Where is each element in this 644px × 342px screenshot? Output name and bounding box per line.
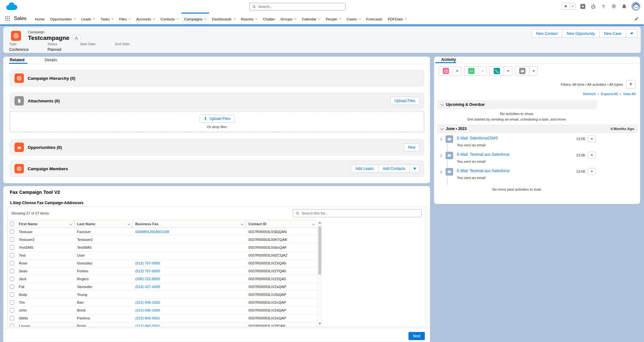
table-row[interactable]: Rose Gonzalez (512) 757-9000 0037R00003L… (8, 259, 317, 267)
column-header-business-fax[interactable]: Business Fax (133, 220, 246, 228)
row-checkbox[interactable] (10, 245, 14, 250)
section-campaign-members[interactable]: Campaign Members Add Leads Add Contacts (10, 160, 424, 177)
email-button[interactable] (515, 66, 530, 76)
favorites-dropdown-icon[interactable] (570, 3, 575, 10)
new-event-dropdown[interactable] (453, 66, 461, 76)
row-checkbox[interactable] (10, 230, 14, 234)
record-actions-dropdown[interactable] (626, 29, 637, 38)
chevron-down-icon[interactable] (318, 18, 320, 20)
nav-tab[interactable]: Contacts (158, 13, 181, 24)
chevron-down-icon[interactable] (359, 18, 361, 20)
row-checkbox[interactable] (10, 324, 14, 327)
guidance-center-icon[interactable] (590, 3, 596, 9)
list-search-input[interactable] (302, 211, 419, 215)
cell-business-fax[interactable]: (336) 222-8000 (135, 277, 160, 281)
row-checkbox[interactable] (10, 277, 14, 281)
chevron-down-icon[interactable] (93, 18, 95, 20)
nav-tab[interactable]: Groups (278, 13, 299, 24)
section-opportunities[interactable]: Opportunities (0) New (10, 139, 424, 155)
nav-tab[interactable]: Tasks (97, 13, 116, 24)
chevron-down-icon[interactable] (69, 223, 72, 225)
refresh-link[interactable]: Refresh (583, 92, 596, 96)
table-row[interactable]: Testuser FaxUser 00498912504001198 0037R… (8, 228, 317, 236)
campaign-members-dropdown[interactable] (410, 165, 419, 173)
table-row[interactable]: Andy Young 0037R00003LiVZbQAP (8, 291, 317, 299)
month-section[interactable]: June • 2023 4 Months Ago (437, 124, 638, 133)
new-task-button[interactable] (464, 66, 479, 76)
chevron-down-icon[interactable] (255, 18, 258, 20)
expand-chevron-icon[interactable] (439, 154, 442, 157)
new-task-dropdown[interactable] (479, 66, 487, 76)
dropzone-upload-files-button[interactable]: Upload Files (199, 115, 235, 123)
cell-business-fax[interactable]: (512) 757-9000 (135, 261, 160, 265)
table-row[interactable]: Stella Pavlova (212) 842-5501 0037R00003… (8, 314, 317, 322)
cell-business-fax[interactable]: (512) 757-9000 (135, 269, 160, 273)
row-checkbox[interactable] (10, 261, 14, 265)
chevron-down-icon[interactable] (177, 18, 179, 20)
upload-files-button[interactable]: Upload Files (390, 97, 419, 105)
nav-tab[interactable]: People (323, 13, 344, 24)
setup-gear-icon[interactable] (611, 3, 617, 9)
table-row[interactable]: Testuser2 Testuser2 0037R00003L59hTQAR (8, 236, 317, 244)
chevron-down-icon[interactable] (153, 18, 155, 20)
new-event-button[interactable] (439, 66, 453, 76)
section-attachments[interactable]: Attachments (0) Upload Files (10, 93, 424, 109)
nav-tab[interactable]: Leads (78, 13, 97, 24)
file-dropzone[interactable]: Upload Files Or drop files (10, 111, 424, 132)
row-checkbox[interactable] (10, 269, 14, 273)
nav-tab[interactable]: Home (32, 13, 47, 24)
table-row[interactable]: Test User 0037R00003L59ZCQAZ (8, 252, 317, 259)
global-search[interactable] (249, 3, 346, 10)
user-avatar[interactable] (631, 2, 640, 11)
chevron-down-icon[interactable] (129, 18, 131, 20)
chevron-down-icon[interactable] (112, 18, 114, 20)
nav-tab[interactable]: Campaigns (181, 13, 209, 24)
cell-business-fax[interactable]: (212) 842-5501 (135, 316, 160, 320)
expand-chevron-icon[interactable] (439, 171, 442, 174)
chevron-down-icon[interactable] (74, 18, 76, 20)
table-row[interactable]: Lauren Boyle (212) 842-5501 0037R00003Li… (8, 322, 317, 327)
help-icon[interactable]: ? (600, 3, 607, 9)
row-checkbox[interactable] (10, 300, 14, 305)
chevron-down-icon[interactable] (441, 127, 444, 130)
row-checkbox[interactable] (10, 285, 14, 289)
record-action-button[interactable]: New Opportunity (562, 29, 599, 38)
chevron-down-icon[interactable] (128, 223, 130, 225)
log-a-call-dropdown[interactable] (504, 66, 512, 76)
app-name[interactable]: Sales (14, 16, 26, 21)
cell-business-fax[interactable]: (312) 596-1500 (135, 301, 160, 304)
favorites-star-icon[interactable] (561, 3, 570, 10)
nav-tab[interactable]: PDFData (385, 13, 409, 24)
cell-business-fax[interactable]: (312) 596-1500 (135, 308, 160, 312)
nav-tab[interactable]: Cases (344, 13, 364, 24)
tab-related[interactable]: Related (10, 57, 25, 63)
chevron-down-icon[interactable] (339, 18, 341, 20)
app-launcher-icon[interactable] (5, 16, 10, 21)
activity-actions-dropdown[interactable] (588, 135, 596, 142)
global-actions-plus-icon[interactable] (580, 3, 586, 9)
table-row[interactable]: TestSMS TestSMS 0037R00003L5SbcQAF (8, 244, 317, 252)
table-row[interactable]: Jack Rogers (336) 222-8000 0037R00003LiV… (8, 275, 317, 283)
tab-activity[interactable]: Activity (441, 57, 456, 62)
chevron-down-icon[interactable] (312, 223, 315, 225)
select-all-checkbox[interactable] (10, 222, 14, 226)
table-row[interactable]: Pat Stumuller (014) 427-4428 0037R00003L… (8, 283, 317, 291)
chevron-down-icon[interactable] (233, 18, 236, 20)
scroll-up-arrow-icon[interactable] (319, 222, 321, 224)
email-dropdown[interactable] (530, 66, 538, 76)
notifications-bell-icon[interactable] (621, 3, 627, 9)
chevron-down-icon[interactable] (405, 18, 407, 20)
chevron-down-icon[interactable] (204, 18, 207, 20)
cell-business-fax[interactable]: (212) 842-5501 (135, 324, 160, 327)
section-campaign-hierarchy[interactable]: Campaign Hierarchy (0) (10, 70, 424, 86)
row-checkbox[interactable] (10, 253, 14, 258)
nav-tab[interactable]: Accounts (133, 13, 158, 24)
add-leads-button[interactable]: Add Leads (351, 165, 378, 173)
expand-chevron-icon[interactable] (439, 138, 442, 141)
edit-pencil-icon[interactable] (634, 16, 639, 21)
row-checkbox[interactable] (10, 316, 14, 320)
row-checkbox[interactable] (10, 308, 14, 312)
log-a-call-button[interactable] (490, 66, 504, 76)
global-search-input[interactable] (258, 5, 343, 8)
column-header-contact-id[interactable]: Contact ID (246, 220, 317, 228)
